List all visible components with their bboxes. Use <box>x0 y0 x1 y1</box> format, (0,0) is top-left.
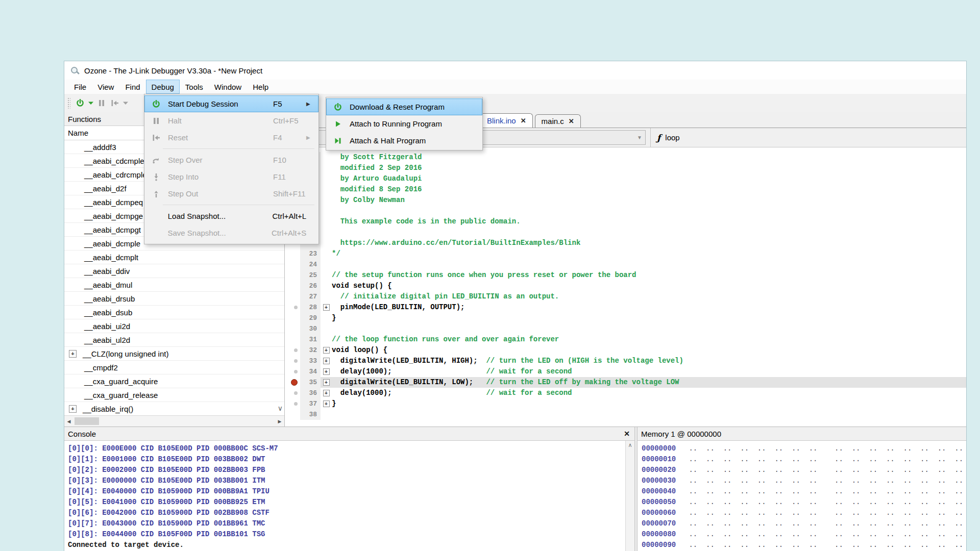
menu-item-step-over[interactable]: Step OverF10 <box>144 152 318 168</box>
expand-icon[interactable]: + <box>323 400 330 407</box>
code-line[interactable] <box>285 206 966 216</box>
gutter-marker-cell[interactable] <box>285 356 300 366</box>
memory-row[interactable]: 00000030 .. .. .. .. .. .. .. .. .. .. .… <box>642 475 966 486</box>
menubar-item-tools[interactable]: Tools <box>180 80 209 94</box>
function-row[interactable]: +__CLZ(long unsigned int) <box>64 347 284 361</box>
function-row[interactable]: __cxa_guard_acquire <box>64 374 284 388</box>
menu-item-step-out[interactable]: Step OutShift+F11 <box>144 185 318 202</box>
scroll-right-icon[interactable]: ▶ <box>275 419 284 424</box>
close-icon[interactable]: ✕ <box>624 430 631 438</box>
menu-item-halt[interactable]: HaltCtrl+F5 <box>144 112 318 129</box>
function-row[interactable]: __aeabi_dsub <box>64 306 284 319</box>
code-line[interactable]: 26void setup() { <box>285 281 966 291</box>
gutter-marker-cell[interactable] <box>285 409 300 420</box>
scroll-down-icon[interactable]: ∨ <box>278 404 283 412</box>
expand-icon[interactable]: + <box>69 405 77 413</box>
gutter-marker-cell[interactable] <box>285 281 300 291</box>
expand-icon[interactable]: + <box>323 390 330 396</box>
functions-horizontal-scrollbar[interactable]: ◀ ▶ <box>64 415 284 427</box>
scroll-up-icon[interactable]: ∧ <box>628 442 632 448</box>
code-line[interactable]: 38 <box>285 409 966 420</box>
console-scrollbar[interactable]: ∧ <box>625 441 634 551</box>
gutter-marker-cell[interactable] <box>285 366 300 377</box>
function-row[interactable]: __aeabi_ul2d <box>64 333 284 347</box>
submenu-item-attach-to-running-program[interactable]: Attach to Running Program <box>326 115 482 132</box>
gutter-marker-cell[interactable] <box>285 398 300 409</box>
gutter-marker-cell[interactable] <box>285 323 300 334</box>
expand-icon[interactable]: + <box>323 368 330 375</box>
memory-view[interactable]: 00000000 .. .. .. .. .. .. .. .. .. .. .… <box>638 441 966 551</box>
code-line[interactable]: modified 8 Sep 2016 <box>285 184 966 195</box>
power-icon[interactable] <box>74 96 87 110</box>
menu-item-start-debug-session[interactable]: Start Debug SessionF5▶ <box>144 95 318 112</box>
code-line[interactable] <box>285 227 966 238</box>
dropdown-icon[interactable] <box>121 96 130 110</box>
code-line[interactable]: 25// the setup function runs once when y… <box>285 270 966 281</box>
code-line[interactable]: This example code is in the public domai… <box>285 216 966 227</box>
gutter-marker-cell[interactable] <box>285 270 300 281</box>
memory-row[interactable]: 00000020 .. .. .. .. .. .. .. .. .. .. .… <box>642 465 966 475</box>
submenu-item-attach-halt-program[interactable]: Attach & Halt Program <box>326 132 482 149</box>
menu-item-step-into[interactable]: Step IntoF11 <box>144 168 318 185</box>
code-view[interactable]: by Scott Fitzgerald modified 2 Sep 2016 … <box>285 147 966 427</box>
menu-item-load-snapshot-[interactable]: Load Snapshot...Ctrl+Alt+L <box>144 208 318 224</box>
code-line[interactable]: by Colby Newman <box>285 195 966 206</box>
menubar-item-view[interactable]: View <box>92 80 119 94</box>
gutter-marker-cell[interactable] <box>285 248 300 259</box>
gutter-marker-cell[interactable] <box>285 313 300 323</box>
code-line[interactable]: 33+ digitalWrite(LED_BUILTIN, HIGH); // … <box>285 356 966 366</box>
memory-row[interactable]: 00000070 .. .. .. .. .. .. .. .. .. .. .… <box>642 518 966 529</box>
memory-row[interactable]: 00000000 .. .. .. .. .. .. .. .. .. .. .… <box>642 443 966 454</box>
memory-row[interactable]: 00000090 .. .. .. .. .. .. .. .. .. .. .… <box>642 540 966 550</box>
breakpoint-icon[interactable] <box>291 379 298 386</box>
expand-icon[interactable]: + <box>69 350 77 358</box>
current-function-indicator[interactable]: ƒ loop <box>650 128 966 147</box>
submenu-item-download-reset-program[interactable]: Download & Reset Program <box>326 98 482 115</box>
gutter-marker-cell[interactable] <box>285 334 300 345</box>
gutter-marker-cell[interactable] <box>285 345 300 356</box>
scroll-left-icon[interactable]: ◀ <box>64 419 74 424</box>
code-line[interactable]: 28+ pinMode(LED_BUILTIN, OUTPUT); <box>285 302 966 313</box>
console-output[interactable]: [0][0]: E000E000 CID B105E00D PID 000BB0… <box>64 441 634 551</box>
memory-row[interactable]: 00000010 .. .. .. .. .. .. .. .. .. .. .… <box>642 454 966 465</box>
code-line[interactable]: 27 // initialize digital pin LED_BUILTIN… <box>285 291 966 302</box>
dropdown-icon[interactable] <box>87 96 95 110</box>
close-icon[interactable]: ✕ <box>569 117 574 125</box>
code-line[interactable]: 37+} <box>285 398 966 409</box>
function-row[interactable]: __aeabi_ui2d <box>64 319 284 333</box>
memory-row[interactable]: 00000040 .. .. .. .. .. .. .. .. .. .. .… <box>642 486 966 497</box>
expand-icon[interactable]: + <box>323 358 330 364</box>
function-row[interactable]: __aeabi_dcmplt <box>64 251 284 264</box>
function-row[interactable]: __cxa_guard_release <box>64 388 284 402</box>
code-line[interactable]: 32+void loop() { <box>285 345 966 356</box>
gutter-marker-cell[interactable] <box>285 388 300 398</box>
menubar-item-find[interactable]: Find <box>119 80 145 94</box>
code-line[interactable]: 35+ digitalWrite(LED_BUILTIN, LOW); // t… <box>285 377 966 388</box>
function-row[interactable]: +__disable_irq() <box>64 402 284 415</box>
gutter-marker-cell[interactable] <box>285 259 300 270</box>
code-line[interactable]: 34+ delay(1000); // wait for a second <box>285 366 966 377</box>
function-row[interactable]: __cmpdf2 <box>64 361 284 374</box>
breakpoint-gutter[interactable] <box>285 377 300 388</box>
code-line[interactable]: by Scott Fitzgerald <box>285 152 966 163</box>
menubar-item-help[interactable]: Help <box>247 80 274 94</box>
tab-main-c[interactable]: main.c✕ <box>535 114 581 128</box>
expand-icon[interactable]: + <box>323 379 330 386</box>
menu-item-save-snapshot-[interactable]: Save Snapshot...Ctrl+Alt+S <box>144 224 318 241</box>
gutter-marker-cell[interactable] <box>285 291 300 302</box>
menu-item-reset[interactable]: ResetF4▶ <box>144 129 318 146</box>
gutter-marker-cell[interactable] <box>285 302 300 313</box>
code-line[interactable]: https://www.arduino.cc/en/Tutorial/Built… <box>285 238 966 248</box>
code-line[interactable]: 30 <box>285 323 966 334</box>
function-row[interactable]: __aeabi_dmul <box>64 278 284 292</box>
pause-icon[interactable] <box>95 96 108 110</box>
function-row[interactable]: __aeabi_drsub <box>64 292 284 306</box>
code-line[interactable]: 31// the loop function runs over and ove… <box>285 334 966 345</box>
expand-icon[interactable]: + <box>323 304 330 311</box>
menubar-item-file[interactable]: File <box>68 80 92 94</box>
code-line[interactable]: 36+ delay(1000); // wait for a second <box>285 388 966 398</box>
function-row[interactable]: __aeabi_ddiv <box>64 264 284 278</box>
code-line[interactable]: 24 <box>285 259 966 270</box>
code-line[interactable]: 23*/ <box>285 248 966 259</box>
close-icon[interactable]: ✕ <box>521 117 526 124</box>
